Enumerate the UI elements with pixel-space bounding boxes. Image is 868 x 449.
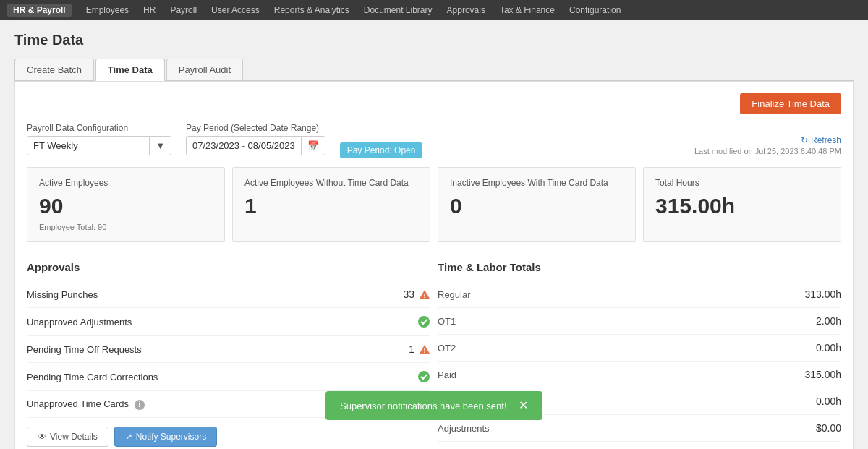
- warning-icon: !: [419, 288, 430, 300]
- approval-pending-time-off-label: Pending Time Off Requests: [27, 344, 142, 355]
- labor-regular-value: 313.00h: [804, 288, 841, 300]
- labor-ot2: OT2 0.00h: [438, 335, 841, 362]
- approval-missing-punches-number: 33: [403, 288, 414, 300]
- approval-missing-punches: Missing Punches 33 !: [27, 281, 430, 308]
- nav-reports[interactable]: Reports & Analytics: [274, 5, 349, 15]
- top-nav: HR & Payroll Employees HR Payroll User A…: [0, 0, 868, 20]
- stat-active-employees-value: 90: [39, 194, 213, 218]
- refresh-label: Refresh: [811, 135, 841, 145]
- labor-regular-label: Regular: [438, 289, 471, 300]
- date-range-input[interactable]: 07/23/2023 - 08/05/2023 📅: [186, 136, 326, 155]
- ok-icon: [417, 315, 430, 328]
- toast-message: Supervisor notifications have been sent!: [340, 401, 507, 411]
- approval-pending-time-off: Pending Time Off Requests 1 !: [27, 336, 430, 363]
- stat-without-time-card: Active Employees Without Time Card Data …: [232, 167, 430, 242]
- stat-inactive-with-data-value: 0: [450, 194, 624, 218]
- stat-total-hours: Total Hours 315.00h: [643, 167, 841, 242]
- stat-active-employees-subtitle: Employee Total: 90: [39, 223, 213, 231]
- labor-unpaid-value: 0.00h: [816, 395, 841, 407]
- stat-inactive-with-data: Inactive Employees With Time Card Data 0: [438, 167, 636, 242]
- approval-pending-corrections-value: [417, 370, 430, 383]
- stat-total-hours-title: Total Hours: [655, 178, 829, 188]
- approval-missing-punches-value: 33 !: [403, 288, 430, 300]
- tab-create-batch[interactable]: Create Batch: [14, 59, 94, 80]
- pay-period-label: Pay Period (Selected Date Range): [186, 123, 326, 133]
- nav-brand: HR & Payroll: [7, 4, 72, 17]
- notify-icon: ↗: [125, 432, 132, 442]
- nav-user-access[interactable]: User Access: [211, 5, 260, 15]
- date-range-value: 07/23/2023 - 08/05/2023: [187, 137, 301, 155]
- stat-total-hours-value: 315.00h: [655, 194, 829, 218]
- labor-title: Time & Labor Totals: [438, 254, 841, 281]
- stat-without-time-card-value: 1: [244, 194, 418, 218]
- ok-icon-2: [417, 370, 430, 383]
- nav-employees[interactable]: Employees: [86, 5, 129, 15]
- labor-ot1-value: 2.00h: [816, 315, 841, 327]
- eye-icon: 👁: [38, 432, 46, 442]
- toast-notification: Supervisor notifications have been sent!…: [326, 391, 542, 420]
- view-details-button[interactable]: 👁 View Details: [27, 427, 109, 447]
- toast-close-button[interactable]: ✕: [519, 400, 528, 411]
- stats-row: Active Employees 90 Employee Total: 90 A…: [27, 167, 841, 242]
- labor-paid-value: 315.00h: [804, 369, 841, 380]
- labor-adjustments-value: $0.00: [816, 422, 841, 434]
- nav-payroll[interactable]: Payroll: [170, 5, 197, 15]
- approval-pending-corrections-label: Pending Time Card Corrections: [27, 372, 158, 382]
- approvals-title: Approvals: [27, 254, 430, 281]
- warning-icon-2: !: [419, 343, 430, 355]
- pay-period-badge-wrap: Pay Period: Open: [340, 145, 423, 155]
- view-details-label: View Details: [50, 432, 98, 442]
- card-header-row: Finalize Time Data: [27, 93, 841, 114]
- tab-payroll-audit[interactable]: Payroll Audit: [166, 59, 243, 80]
- chevron-down-icon[interactable]: ▼: [149, 137, 171, 155]
- labor-ot1-label: OT1: [438, 316, 456, 327]
- page-title: Time Data: [14, 32, 854, 48]
- approval-pending-corrections: Pending Time Card Corrections: [27, 363, 430, 391]
- tab-time-data[interactable]: Time Data: [95, 59, 165, 81]
- svg-text:!: !: [424, 292, 426, 299]
- approval-missing-punches-label: Missing Punches: [27, 289, 98, 300]
- notify-supervisors-button[interactable]: ↗ Notify Supervisors: [114, 427, 217, 447]
- labor-regular: Regular 313.00h: [438, 281, 841, 308]
- payroll-config-group: Payroll Data Configuration FT Weekly ▼: [27, 123, 171, 155]
- labor-adjustments-label: Adjustments: [438, 423, 490, 434]
- payroll-config-value: FT Weekly: [27, 137, 149, 155]
- stat-active-employees: Active Employees 90 Employee Total: 90: [27, 167, 225, 242]
- approval-unapproved-time-cards-label-text: Unapproved Time Cards: [27, 398, 129, 409]
- finalize-button[interactable]: Finalize Time Data: [740, 93, 841, 114]
- approval-pending-time-off-number: 1: [409, 343, 414, 355]
- nav-tax-finance[interactable]: Tax & Finance: [500, 5, 555, 15]
- stat-active-employees-title: Active Employees: [39, 178, 213, 188]
- approval-unapproved-adjustments: Unapproved Adjustments: [27, 308, 430, 336]
- notify-supervisors-label: Notify Supervisors: [136, 432, 206, 442]
- config-row: Payroll Data Configuration FT Weekly ▼ P…: [27, 123, 841, 155]
- tabs-bar: Create Batch Time Data Payroll Audit: [14, 59, 854, 81]
- approval-pending-time-off-value: 1 !: [409, 343, 430, 355]
- payroll-config-select[interactable]: FT Weekly ▼: [27, 136, 171, 155]
- stat-inactive-with-data-title: Inactive Employees With Time Card Data: [450, 178, 624, 188]
- nav-hr[interactable]: HR: [143, 5, 156, 15]
- approval-unapproved-adjustments-label: Unapproved Adjustments: [27, 317, 132, 328]
- labor-ot1: OT1 2.00h: [438, 308, 841, 335]
- approval-unapproved-time-cards-label: Unapproved Time Cards i: [27, 398, 145, 410]
- approval-unapproved-adjustments-value: [417, 315, 430, 328]
- pay-period-badge: Pay Period: Open: [340, 142, 423, 158]
- nav-configuration[interactable]: Configuration: [569, 5, 621, 15]
- refresh-icon: ↻: [801, 135, 808, 145]
- refresh-button[interactable]: ↻ Refresh: [694, 135, 841, 145]
- pay-period-group: Pay Period (Selected Date Range) 07/23/2…: [186, 123, 326, 155]
- calendar-icon[interactable]: 📅: [301, 137, 325, 155]
- labor-paid: Paid 315.00h: [438, 362, 841, 388]
- payroll-config-label: Payroll Data Configuration: [27, 123, 171, 133]
- svg-text:!: !: [424, 347, 426, 354]
- stat-without-time-card-title: Active Employees Without Time Card Data: [244, 178, 418, 188]
- labor-paid-label: Paid: [438, 369, 456, 380]
- svg-point-2: [418, 316, 430, 328]
- nav-approvals[interactable]: Approvals: [447, 5, 485, 15]
- nav-document-library[interactable]: Document Library: [364, 5, 433, 15]
- labor-ot2-value: 0.00h: [816, 342, 841, 354]
- labor-ot2-label: OT2: [438, 343, 456, 354]
- action-buttons: 👁 View Details ↗ Notify Supervisors: [27, 418, 430, 449]
- info-icon[interactable]: i: [135, 400, 145, 410]
- main-content: Time Data Create Batch Time Data Payroll…: [0, 20, 868, 449]
